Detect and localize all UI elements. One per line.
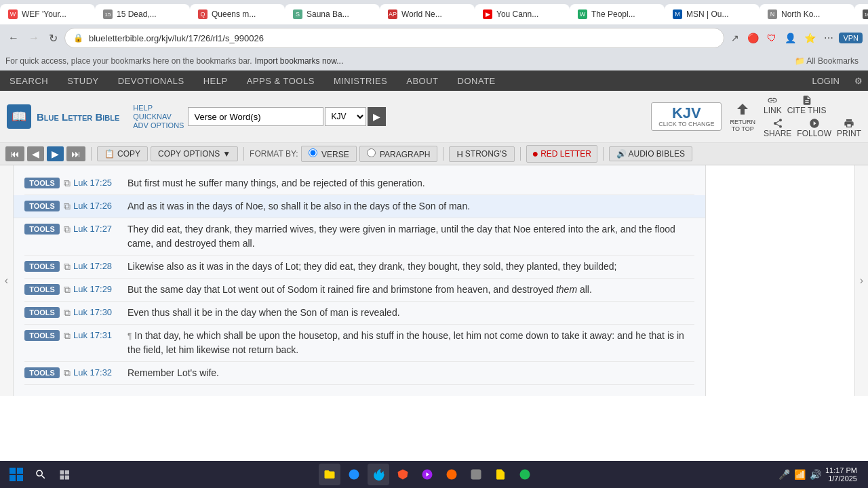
tab-queens[interactable]: Q Queens m...: [190, 4, 285, 24]
taskbar-app-6[interactable]: [441, 464, 462, 485]
verse-format-button[interactable]: VERSE: [301, 146, 357, 162]
print-button[interactable]: PRINT: [837, 118, 861, 138]
strongs-button[interactable]: H STRONG'S: [449, 146, 514, 162]
return-to-top-button[interactable]: RETURNTO TOP: [730, 101, 755, 132]
tab-10most[interactable]: 10 10 Most l...: [854, 4, 868, 24]
tab-northko[interactable]: N North Ko...: [760, 4, 854, 24]
search-input[interactable]: [188, 107, 323, 126]
nav-study[interactable]: STUDY: [58, 70, 108, 92]
tab-msn[interactable]: M MSN | Ou...: [665, 4, 760, 24]
nav-about[interactable]: ABOUT: [397, 70, 448, 92]
all-bookmarks-folder[interactable]: 📁 All Bookmarks: [791, 55, 863, 67]
taskbar-task-view[interactable]: [54, 464, 76, 485]
copy-verse-icon[interactable]: ⧉: [64, 284, 71, 296]
settings-icon[interactable]: ⚙: [849, 70, 868, 92]
tools-button[interactable]: TOOLS: [24, 367, 60, 378]
share-button[interactable]: SHARE: [764, 118, 791, 138]
copy-verse-icon[interactable]: ⧉: [64, 261, 71, 272]
first-verse-button[interactable]: ⏮: [5, 146, 24, 161]
nav-donate[interactable]: DONATE: [448, 70, 505, 92]
tab-sauna[interactable]: S Sauna Ba...: [285, 4, 380, 24]
browser-settings-button[interactable]: ⋯: [821, 30, 836, 46]
left-arrow-button[interactable]: ‹: [0, 165, 14, 396]
help-link[interactable]: HELP: [133, 104, 184, 112]
version-change-button[interactable]: KJV CLICK TO CHANGE: [651, 102, 722, 131]
copy-verse-icon[interactable]: ⧉: [64, 330, 71, 342]
login-button[interactable]: LOGIN: [803, 70, 849, 92]
tab-15dead[interactable]: 15 15 Dead,...: [95, 4, 190, 24]
tools-button[interactable]: TOOLS: [24, 307, 60, 318]
tab-wef[interactable]: W WEF 'Your...: [0, 4, 95, 24]
tab-worldne[interactable]: AP World Ne...: [380, 4, 475, 24]
taskbar-media-player[interactable]: [416, 464, 438, 485]
adblock-button[interactable]: 🛡: [764, 30, 779, 46]
share-page-button[interactable]: ↗: [728, 30, 742, 46]
tools-button[interactable]: TOOLS: [24, 284, 60, 295]
last-verse-button[interactable]: ⏭: [66, 146, 85, 161]
nav-ministries[interactable]: MINISTRIES: [324, 70, 397, 92]
verse-reference[interactable]: Luk 17:32: [73, 367, 122, 378]
taskbar-steam[interactable]: [343, 464, 365, 485]
paragraph-format-button[interactable]: PARAGRAPH: [359, 146, 438, 162]
extensions-button[interactable]: 🔴: [745, 30, 762, 46]
start-button[interactable]: [5, 464, 27, 485]
verse-reference[interactable]: Luk 17:29: [73, 284, 122, 294]
quicknav-link[interactable]: QUICKNAV: [133, 113, 184, 121]
reload-button[interactable]: ↻: [46, 29, 60, 47]
next-verse-button[interactable]: ▶: [47, 146, 64, 161]
url-bar[interactable]: 🔒 blueletterbible.org/kjv/luk/17/26/rl1/…: [64, 28, 724, 48]
tools-button[interactable]: TOOLS: [24, 178, 60, 188]
copy-button[interactable]: 📋 COPY: [97, 146, 148, 161]
right-arrow-button[interactable]: ›: [854, 165, 868, 396]
search-submit-button[interactable]: ▶: [368, 107, 386, 126]
copy-verse-icon[interactable]: ⧉: [64, 367, 71, 379]
version-select[interactable]: KJV NKJV ESV NIV: [325, 107, 366, 126]
verse-reference[interactable]: Luk 17:30: [73, 307, 122, 317]
taskbar-clock[interactable]: 11:17 PM 1/7/2025: [825, 466, 857, 483]
verse-radio[interactable]: [309, 148, 317, 157]
copy-verse-icon[interactable]: ⧉: [64, 201, 71, 212]
separator-5: [603, 147, 604, 161]
copy-options-button[interactable]: COPY OPTIONS ▼: [151, 146, 238, 161]
tools-button[interactable]: TOOLS: [24, 330, 60, 341]
taskbar-edge[interactable]: [368, 464, 389, 485]
taskbar-brave[interactable]: [392, 464, 414, 485]
taskbar-app-7[interactable]: [465, 464, 487, 485]
taskbar-file-explorer[interactable]: [319, 464, 340, 485]
adv-options-link[interactable]: ADV OPTIONS: [133, 121, 184, 129]
back-button[interactable]: ←: [5, 29, 22, 47]
taskbar-notes[interactable]: [490, 464, 511, 485]
nav-help[interactable]: HELP: [194, 70, 237, 92]
import-bookmarks-link[interactable]: Import bookmarks now...: [255, 56, 344, 66]
link-button[interactable]: LINK: [764, 95, 782, 115]
tools-button[interactable]: TOOLS: [24, 201, 60, 211]
verse-reference[interactable]: Luk 17:28: [73, 261, 122, 271]
profile-button[interactable]: 👤: [782, 30, 799, 46]
audio-bibles-button[interactable]: 🔊 AUDIO BIBLES: [609, 146, 692, 161]
verse-reference[interactable]: Luk 17:26: [73, 201, 122, 211]
copy-verse-icon[interactable]: ⧉: [64, 224, 71, 235]
nav-devotionals[interactable]: DEVOTIONALS: [108, 70, 194, 92]
app6-icon: [446, 468, 458, 481]
verse-reference[interactable]: Luk 17:25: [73, 178, 122, 188]
verse-reference[interactable]: Luk 17:27: [73, 224, 122, 234]
verse-reference[interactable]: Luk 17:31: [73, 330, 122, 340]
tab-people[interactable]: W The Peopl...: [570, 4, 665, 24]
vpn-button[interactable]: VPN: [839, 33, 863, 43]
nav-search[interactable]: SEARCH: [0, 70, 58, 92]
copy-verse-icon[interactable]: ⧉: [64, 307, 71, 319]
tools-button[interactable]: TOOLS: [24, 224, 60, 235]
forward-button[interactable]: →: [26, 29, 42, 47]
copy-verse-icon[interactable]: ⧉: [64, 178, 71, 189]
follow-button[interactable]: FOLLOW: [797, 118, 831, 138]
taskbar-media-2[interactable]: [514, 464, 536, 485]
tools-button[interactable]: TOOLS: [24, 261, 60, 272]
prev-verse-button[interactable]: ◀: [27, 146, 44, 161]
favorites-button[interactable]: ⭐: [802, 30, 818, 46]
paragraph-radio[interactable]: [367, 148, 376, 157]
red-letter-button[interactable]: ● RED LETTER: [526, 145, 597, 163]
cite-button[interactable]: CITE THIS: [787, 95, 827, 115]
taskbar-search[interactable]: [30, 464, 52, 485]
tab-youtube[interactable]: ▶ You Cann...: [475, 4, 570, 24]
nav-apps-tools[interactable]: APPS & TOOLS: [237, 70, 324, 92]
